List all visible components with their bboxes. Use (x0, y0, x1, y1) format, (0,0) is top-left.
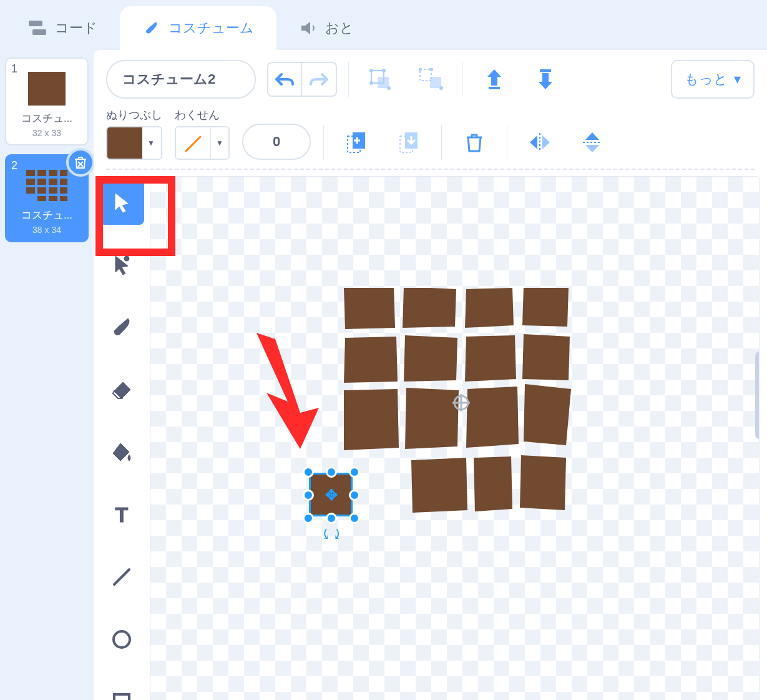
backward-icon (536, 68, 555, 91)
annotation-arrow (244, 327, 331, 451)
costume-thumb-1[interactable]: 1 コスチュ... 32 x 33 (5, 57, 89, 145)
delete-costume-button[interactable] (66, 148, 95, 177)
delete-button[interactable] (454, 125, 494, 160)
paste-button[interactable] (389, 125, 429, 160)
tool-select[interactable] (99, 180, 144, 225)
scrollbar-vertical[interactable] (755, 352, 760, 439)
fill-icon (110, 441, 133, 463)
thumb-preview (25, 167, 69, 204)
fill-label: ぬりつぶし (106, 107, 162, 122)
tab-sounds-label: おと (325, 19, 354, 37)
svg-point-21 (369, 81, 373, 85)
tool-circle[interactable] (99, 617, 144, 662)
resize-handle[interactable] (303, 490, 314, 501)
svg-rect-23 (420, 69, 431, 81)
svg-rect-28 (489, 87, 500, 89)
resize-handle[interactable] (349, 466, 360, 478)
outline-label: わくせん (175, 107, 230, 122)
svg-rect-5 (60, 170, 67, 176)
group-button[interactable] (360, 62, 400, 97)
svg-rect-6 (26, 179, 35, 185)
thumb-index: 2 (11, 159, 17, 172)
paint-editor: もっと▾ ぬりつぶし ▼ わくせん ▼ (94, 50, 767, 700)
editor-tabs: コード コスチューム おと (0, 0, 767, 50)
outline-width-input[interactable] (242, 124, 311, 160)
circle-icon (110, 628, 133, 651)
tab-costumes-label: コスチューム (169, 19, 254, 37)
resize-handle[interactable] (326, 466, 337, 478)
brush-icon (110, 316, 133, 338)
resize-handle[interactable] (349, 490, 360, 501)
resize-handle[interactable] (303, 466, 314, 478)
reshape-icon (110, 254, 133, 276)
thumb-dims: 32 x 33 (10, 128, 84, 138)
move-icon: ✥ (325, 486, 338, 504)
resize-handle[interactable] (349, 513, 360, 524)
duplicate-icon (346, 131, 366, 154)
tool-line[interactable] (99, 555, 144, 599)
copy-button[interactable] (336, 125, 376, 160)
ungroup-icon (419, 68, 444, 91)
tool-fill[interactable] (99, 430, 144, 475)
tool-reshape[interactable] (99, 242, 144, 287)
canvas-center-icon (452, 394, 470, 412)
tab-sounds[interactable]: おと (276, 6, 376, 50)
canvas[interactable]: ✥ ⤹⤸ (150, 176, 760, 700)
code-blocks-icon (29, 19, 46, 37)
rectangle-icon (110, 691, 133, 700)
svg-rect-11 (37, 187, 46, 194)
svg-rect-29 (540, 69, 551, 72)
text-icon: T (110, 503, 133, 526)
svg-point-22 (387, 86, 391, 90)
forward-button[interactable] (474, 62, 514, 97)
tool-eraser[interactable] (99, 367, 144, 412)
svg-point-27 (439, 86, 443, 90)
flip-vertical-button[interactable] (572, 125, 612, 160)
rotate-handle[interactable]: ⤹⤸ (320, 526, 343, 543)
resize-handle[interactable] (326, 513, 337, 524)
backward-button[interactable] (525, 62, 565, 97)
svg-point-20 (382, 69, 386, 72)
svg-rect-8 (49, 179, 57, 185)
redo-button[interactable] (302, 62, 337, 97)
more-label: もっと (685, 70, 728, 89)
tool-text[interactable]: T (99, 492, 144, 537)
thumb-name: コスチュ... (10, 111, 84, 126)
svg-point-26 (429, 68, 433, 71)
svg-rect-24 (430, 77, 441, 88)
tab-code[interactable]: コード (6, 6, 120, 50)
svg-rect-3 (37, 170, 46, 176)
tool-rectangle[interactable] (99, 679, 144, 700)
svg-rect-40 (114, 694, 129, 700)
speaker-icon (299, 19, 316, 37)
selected-shape[interactable]: ✥ ⤹⤸ (300, 464, 363, 526)
chevron-down-icon: ▼ (211, 127, 228, 159)
svg-rect-2 (26, 170, 35, 176)
outline-color-picker[interactable]: ▼ (175, 126, 230, 160)
resize-handle[interactable] (303, 513, 314, 524)
tab-costumes[interactable]: コスチューム (120, 6, 276, 50)
svg-line-38 (114, 569, 129, 584)
line-icon (110, 566, 133, 588)
trash-icon (466, 132, 483, 152)
trash-icon (74, 155, 87, 169)
svg-rect-16 (60, 196, 67, 201)
tool-palette: T (94, 170, 150, 700)
ungroup-button[interactable] (411, 62, 451, 97)
fill-color-picker[interactable]: ▼ (106, 126, 162, 160)
fill-swatch (107, 127, 142, 159)
chevron-down-icon: ▼ (142, 127, 160, 159)
forward-icon (485, 68, 504, 91)
svg-rect-4 (49, 170, 57, 176)
costume-name-input[interactable] (106, 60, 256, 99)
svg-rect-13 (60, 187, 67, 194)
svg-rect-1 (32, 29, 46, 35)
undo-button[interactable] (267, 62, 302, 97)
tool-brush[interactable] (99, 305, 144, 350)
undo-icon (275, 72, 294, 87)
more-button[interactable]: もっと▾ (671, 60, 755, 99)
costume-thumb-2[interactable]: 2 コスチュ... 38 x 34 (5, 154, 89, 242)
flip-horizontal-button[interactable] (520, 125, 560, 160)
chevron-down-icon: ▾ (734, 71, 741, 87)
tab-code-label: コード (55, 19, 97, 37)
